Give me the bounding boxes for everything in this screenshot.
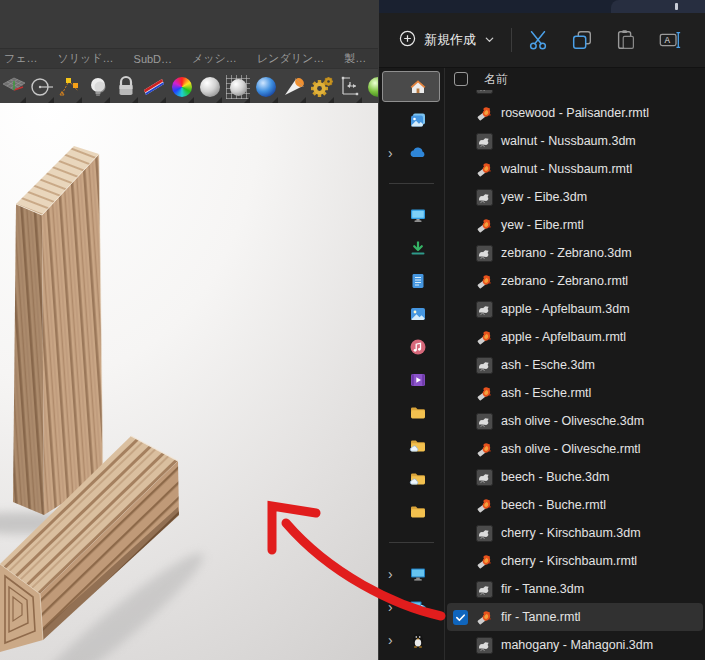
white-sphere-icon[interactable]: [196, 69, 224, 105]
file-row[interactable]: beech - Buche.rmtl: [447, 491, 703, 519]
gears-icon[interactable]: [308, 69, 336, 105]
file-3dm-icon: [476, 525, 493, 542]
lightbulb-icon[interactable]: [84, 69, 112, 105]
command-bar-separator: [511, 28, 512, 52]
file-3dm-icon: [476, 469, 493, 486]
lock-icon[interactable]: [112, 69, 140, 105]
new-button-label: 新規作成: [424, 31, 476, 49]
rhino-titlebar-area: [0, 0, 378, 48]
spotlight-icon[interactable]: [280, 69, 308, 105]
rhino-3d-viewport[interactable]: [0, 103, 378, 660]
file-row[interactable]: ash - Esche.rmtl: [447, 379, 703, 407]
music-icon: [409, 338, 427, 356]
network-icon: [409, 598, 427, 616]
command-bar-icons: A: [516, 22, 692, 58]
file-row[interactable]: cherry - Kirschbaum.rmtl: [447, 547, 703, 575]
file-name: zebrano - Zebrano.3dm: [501, 246, 632, 260]
control-points-icon[interactable]: [56, 69, 84, 105]
sidebar-item-folder-2[interactable]: [379, 495, 444, 528]
color-wheel-icon[interactable]: [168, 69, 196, 105]
file-rmtl-icon: [476, 385, 493, 402]
name-column-header[interactable]: 名前: [484, 71, 508, 88]
file-row[interactable]: rosewood - Palisander.3dm: [447, 90, 703, 99]
file-name: ash olive - Olivesche.3dm: [501, 414, 644, 428]
sidebar-item-videos[interactable]: [379, 363, 444, 396]
file-name: zebrano - Zebrano.rmtl: [501, 274, 628, 288]
file-row[interactable]: yew - Eibe.rmtl: [447, 211, 703, 239]
file-row[interactable]: fir - Tanne.rmtl: [447, 603, 703, 631]
select-all-checkbox[interactable]: [454, 72, 468, 86]
gridded-sphere-icon[interactable]: [224, 69, 252, 105]
rhino-tab[interactable]: フェ…: [4, 51, 38, 66]
file-name: fir - Tanne.rmtl: [501, 610, 581, 624]
file-row[interactable]: cherry - Kirschbaum.3dm: [447, 519, 703, 547]
file-name: apple - Apfelbaum.rmtl: [501, 330, 626, 344]
file-rmtl-icon: [476, 553, 493, 570]
file-row[interactable]: walnut - Nussbaum.3dm: [447, 127, 703, 155]
sidebar-item-music[interactable]: [379, 330, 444, 363]
chevron-down-icon: [484, 33, 495, 48]
file-row[interactable]: ash olive - Olivesche.3dm: [447, 407, 703, 435]
file-rmtl-icon: [476, 217, 493, 234]
rhino-tab[interactable]: レンダリン…: [257, 51, 324, 66]
pictures-icon: [409, 305, 427, 323]
chevron-right-icon[interactable]: ›: [388, 631, 393, 647]
sidebar-item-onedrive[interactable]: ›: [379, 136, 444, 169]
file-row[interactable]: zebrano - Zebrano.rmtl: [447, 267, 703, 295]
file-row[interactable]: ash - Esche.3dm: [447, 351, 703, 379]
rhino-tab[interactable]: 製…: [344, 51, 366, 66]
new-button[interactable]: 新規作成: [393, 24, 501, 56]
chevron-right-icon[interactable]: ›: [388, 144, 393, 160]
file-rmtl-icon: [476, 161, 493, 178]
file-name: ash olive - Olivesche.rmtl: [501, 442, 641, 456]
rename-button[interactable]: A: [648, 22, 692, 58]
sidebar-item-gallery[interactable]: [379, 103, 444, 136]
green-sphere-icon[interactable]: [364, 69, 378, 105]
file-row[interactable]: rosewood - Palisander.rmtl: [447, 99, 703, 127]
file-row[interactable]: beech - Buche.3dm: [447, 463, 703, 491]
file-row[interactable]: apple - Apfelbaum.3dm: [447, 295, 703, 323]
dimension-icon[interactable]: [336, 69, 364, 105]
sidebar-item-downloads[interactable]: [379, 231, 444, 264]
paste-button[interactable]: [604, 22, 648, 58]
sidebar-item-network[interactable]: ›: [379, 590, 444, 623]
tab-glyph: [675, 3, 678, 10]
file-name: yew - Eibe.rmtl: [501, 218, 584, 232]
explorer-tab[interactable]: [611, 0, 705, 13]
sidebar-item-this-pc[interactable]: ›: [379, 557, 444, 590]
videos-icon: [409, 371, 427, 389]
file-rmtl-icon: [476, 497, 493, 514]
cplane-grid-icon[interactable]: [0, 69, 28, 105]
file-row[interactable]: yew - Eibe.3dm: [447, 183, 703, 211]
file-row[interactable]: walnut - Nussbaum.rmtl: [447, 155, 703, 183]
file-row[interactable]: zebrano - Zebrano.3dm: [447, 239, 703, 267]
sidebar-item-folder[interactable]: [379, 396, 444, 429]
sidebar-item-folder-cloud[interactable]: [379, 429, 444, 462]
circle-center-icon[interactable]: [28, 69, 56, 105]
file-row[interactable]: ash olive - Olivesche.rmtl: [447, 435, 703, 463]
file-row[interactable]: mahogany - Mahagoni.3dm: [447, 631, 703, 659]
file-3dm-icon: [476, 133, 493, 150]
rhino-tab[interactable]: SubD…: [134, 53, 173, 65]
file-rmtl-icon: [476, 609, 493, 626]
sidebar-item-home[interactable]: [379, 70, 444, 103]
file-3dm-icon: [476, 245, 493, 262]
rhino-tab[interactable]: ソリッド…: [58, 51, 114, 66]
file-rows: rosewood - Palisander.3dmrosewood - Pali…: [445, 90, 705, 660]
chevron-right-icon[interactable]: ›: [388, 598, 393, 614]
material-wedge-icon[interactable]: [140, 69, 168, 105]
file-row[interactable]: apple - Apfelbaum.rmtl: [447, 323, 703, 351]
sidebar-item-documents[interactable]: [379, 264, 444, 297]
chevron-right-icon[interactable]: ›: [388, 565, 393, 581]
cut-button[interactable]: [516, 22, 560, 58]
sidebar-item-folder-cloud-2[interactable]: [379, 462, 444, 495]
copy-button[interactable]: [560, 22, 604, 58]
sidebar-item-linux[interactable]: ›: [379, 623, 444, 656]
blue-sphere-icon[interactable]: [252, 69, 280, 105]
downloads-icon: [409, 239, 427, 257]
rhino-tab[interactable]: メッシ…: [192, 51, 237, 66]
sidebar-item-pictures[interactable]: [379, 297, 444, 330]
file-row[interactable]: fir - Tanne.3dm: [447, 575, 703, 603]
row-checkbox-checked[interactable]: [453, 610, 468, 625]
sidebar-item-desktop[interactable]: [379, 198, 444, 231]
